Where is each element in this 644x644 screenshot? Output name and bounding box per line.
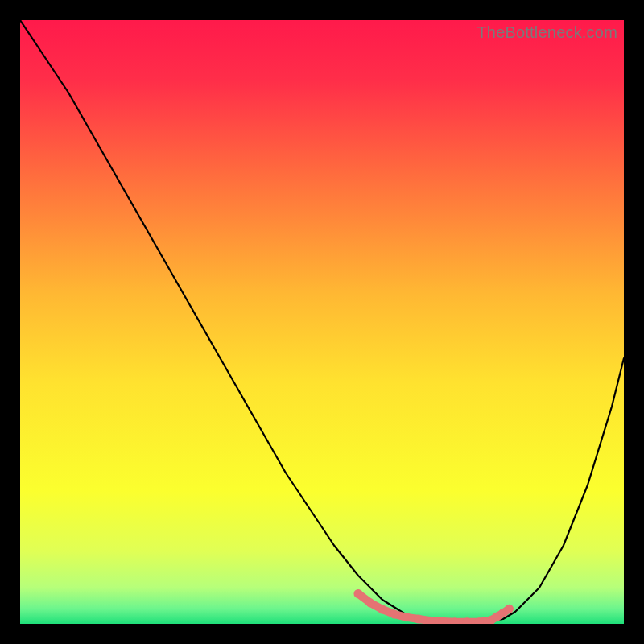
- highlight-dot: [390, 610, 399, 619]
- watermark-text: TheBottleneck.com: [477, 23, 617, 42]
- highlight-dot: [505, 605, 514, 613]
- highlight-dot: [402, 613, 411, 621]
- highlight-dot: [378, 605, 387, 614]
- chart-frame: TheBottleneck.com: [0, 0, 644, 644]
- curve-layer: [20, 20, 624, 624]
- plot-area: TheBottleneck.com: [20, 20, 624, 624]
- bottleneck-curve: [20, 20, 624, 622]
- highlight-dot: [354, 589, 363, 598]
- highlight-dot: [415, 615, 423, 624]
- highlight-dot: [366, 598, 375, 607]
